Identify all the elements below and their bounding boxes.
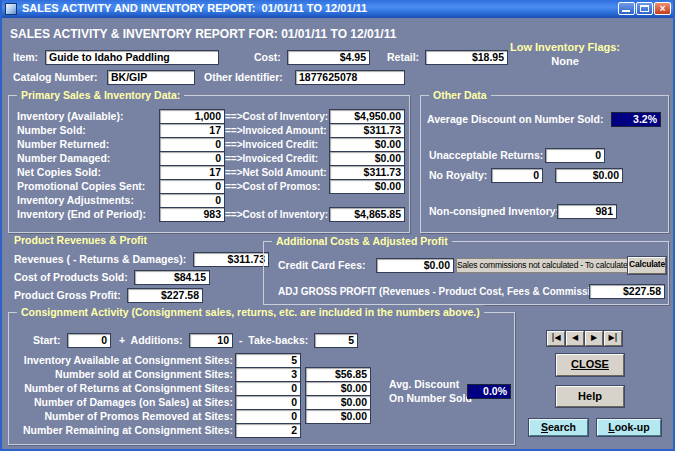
adj-gross-profit-label: ADJ GROSS PROFIT (Revenues - Product Cos…: [278, 284, 615, 299]
gross-profit-field[interactable]: $227.58: [127, 288, 203, 303]
close-icon: ×: [655, 3, 670, 14]
consignment-start-label: Start:: [33, 333, 60, 348]
primary-row-value-field[interactable]: 0: [159, 179, 225, 194]
primary-row-amount-field[interactable]: $0.00: [329, 151, 405, 166]
consignment-row-label: Number Remaining at Consignment Sites:: [11, 423, 233, 438]
primary-row-value-field[interactable]: 17: [159, 123, 225, 138]
other-data-group: Other Data Average Discount on Number So…: [420, 95, 669, 233]
consignment-row-value-field[interactable]: 2: [235, 423, 301, 438]
consignment-row-label: Number of Promos Removed at Sites:: [11, 409, 233, 424]
consignment-avg-discount-field: 0.0%: [467, 384, 511, 399]
primary-row-arrow-label: ==>Invoiced Credit:: [225, 137, 318, 152]
unacceptable-returns-label: Unacceptable Returns:: [429, 148, 543, 163]
primary-row-amount-field[interactable]: $0.00: [329, 179, 405, 194]
primary-row-value-field[interactable]: 983: [159, 207, 225, 222]
other-identifier-label: Other Identifier:: [204, 70, 283, 85]
consignment-start-field[interactable]: 0: [67, 333, 111, 348]
app-window: SALES ACTIVITY AND INVENTORY REPORT: 01/…: [0, 0, 675, 451]
additional-costs-group-title: Additional Costs & Adjusted Profit: [272, 234, 452, 249]
report-header: SALES ACTIVITY & INVENTORY REPORT FOR: 0…: [10, 27, 396, 41]
title-bar[interactable]: SALES ACTIVITY AND INVENTORY REPORT: 01/…: [0, 0, 675, 18]
consignment-row-amount-field[interactable]: $0.00: [305, 409, 371, 424]
other-data-group-title: Other Data: [429, 88, 491, 103]
consignment-row-amount-field[interactable]: $56.85: [305, 367, 371, 382]
credit-card-fees-field[interactable]: $0.00: [376, 258, 454, 273]
consignment-row-value-field[interactable]: 5: [235, 353, 301, 368]
primary-row-value-field[interactable]: 0: [159, 137, 225, 152]
no-royalty-amount-field[interactable]: $0.00: [555, 168, 623, 183]
primary-sales-group: Primary Sales & Inventory Data: Inventor…: [8, 95, 410, 233]
consignment-row-label: Inventory Available at Consignment Sites…: [11, 353, 233, 368]
primary-row-value-field[interactable]: 0: [159, 193, 225, 208]
window-title: SALES ACTIVITY AND INVENTORY REPORT: 01/…: [22, 2, 367, 14]
primary-row-amount-field[interactable]: $4,865.85: [329, 207, 405, 222]
catalog-number-label: Catalog Number:: [13, 70, 98, 85]
revenues-row-label: Revenues ( - Returns & Damages):: [14, 252, 186, 267]
revenues-field[interactable]: $311.73: [193, 252, 269, 267]
primary-row-amount-field[interactable]: $0.00: [329, 137, 405, 152]
primary-row-arrow-label: ==>Cost of Inventory:: [225, 109, 328, 124]
primary-row-value-field[interactable]: 1,000: [159, 109, 225, 124]
consignment-takebacks-field[interactable]: 5: [314, 333, 358, 348]
avg-discount-label: Average Discount on Number Sold:: [427, 112, 603, 127]
cost-of-products-field[interactable]: $84.15: [134, 270, 210, 285]
close-button[interactable]: CLOSE: [556, 354, 624, 376]
consignment-row-amount-field[interactable]: $0.00: [305, 395, 371, 410]
no-royalty-count-field[interactable]: 0: [491, 168, 543, 183]
consignment-avg-discount-label2: On Number Sold: [389, 391, 472, 406]
primary-row-value-field[interactable]: 17: [159, 165, 225, 180]
unacceptable-returns-field[interactable]: 0: [545, 148, 605, 163]
primary-row-label: Number Sold:: [17, 123, 86, 138]
primary-row-arrow-label: ==>Invoiced Credit:: [225, 151, 318, 166]
consignment-additions-label: + Additions:: [119, 333, 182, 348]
low-inventory-flags: Low Inventory Flags: None: [495, 40, 635, 68]
primary-row-label: Inventory (End of Period):: [17, 207, 146, 222]
cost-label: Cost:: [254, 50, 281, 65]
item-field[interactable]: Guide to Idaho Paddling: [45, 50, 219, 65]
search-button[interactable]: Search: [529, 419, 588, 436]
non-consigned-field[interactable]: 981: [557, 204, 617, 219]
consignment-row-value-field[interactable]: 0: [235, 409, 301, 424]
nav-last-button[interactable]: ▶|: [604, 331, 622, 346]
primary-row-label: Inventory Adjustments:: [17, 193, 134, 208]
revenues-section-title: Product Revenues & Profit: [14, 233, 147, 248]
additional-costs-group: Additional Costs & Adjusted Profit Credi…: [263, 241, 669, 305]
minimize-icon: [622, 10, 630, 12]
consignment-row-value-field[interactable]: 0: [235, 395, 301, 410]
catalog-number-field[interactable]: BK/GIP: [107, 70, 195, 85]
consignment-row-value-field[interactable]: 3: [235, 367, 301, 382]
primary-row-amount-field[interactable]: $311.73: [329, 123, 405, 138]
adj-gross-profit-field[interactable]: $227.58: [589, 284, 665, 299]
consignment-group: Consignment Activity (Consignment sales,…: [8, 312, 515, 445]
lookup-button[interactable]: Look-up: [597, 419, 661, 436]
nav-first-button[interactable]: |◀: [547, 331, 565, 346]
consignment-group-title: Consignment Activity (Consignment sales,…: [17, 305, 484, 320]
nav-previous-button[interactable]: ◀: [566, 331, 584, 346]
primary-row-amount-field[interactable]: $311.73: [329, 165, 405, 180]
other-identifier-field[interactable]: 1877625078: [295, 70, 405, 85]
primary-row-amount-field[interactable]: $4,950.00: [329, 109, 405, 124]
primary-row-label: Promotional Copies Sent:: [17, 179, 145, 194]
primary-row-arrow-label: ==>Net Sold Amount:: [225, 165, 327, 180]
cost-field[interactable]: $4.95: [287, 50, 370, 65]
help-button[interactable]: Help: [556, 386, 624, 407]
primary-row-label: Number Returned:: [17, 137, 109, 152]
primary-row-arrow-label: ==>Invoiced Amount:: [225, 123, 327, 138]
non-consigned-label: Non-consigned Inventory:: [429, 204, 559, 219]
consignment-row-amount-field[interactable]: $0.00: [305, 381, 371, 396]
calculate-button[interactable]: Calculate: [628, 257, 666, 274]
primary-row-label: Net Copies Sold:: [17, 165, 101, 180]
retail-field[interactable]: $18.95: [425, 50, 508, 65]
close-window-button[interactable]: ×: [654, 2, 671, 15]
maximize-button[interactable]: [636, 2, 653, 15]
item-label: Item:: [13, 50, 38, 65]
low-inventory-flags-label: Low Inventory Flags:: [495, 40, 635, 54]
minimize-button[interactable]: [618, 2, 635, 15]
consignment-additions-field[interactable]: 10: [189, 333, 233, 348]
primary-row-label: Inventory (Available):: [17, 109, 123, 124]
no-royalty-label: No Royalty:: [429, 168, 487, 183]
primary-sales-group-title: Primary Sales & Inventory Data:: [17, 88, 184, 103]
primary-row-value-field[interactable]: 0: [159, 151, 225, 166]
consignment-row-value-field[interactable]: 0: [235, 381, 301, 396]
nav-next-button[interactable]: ▶: [585, 331, 603, 346]
